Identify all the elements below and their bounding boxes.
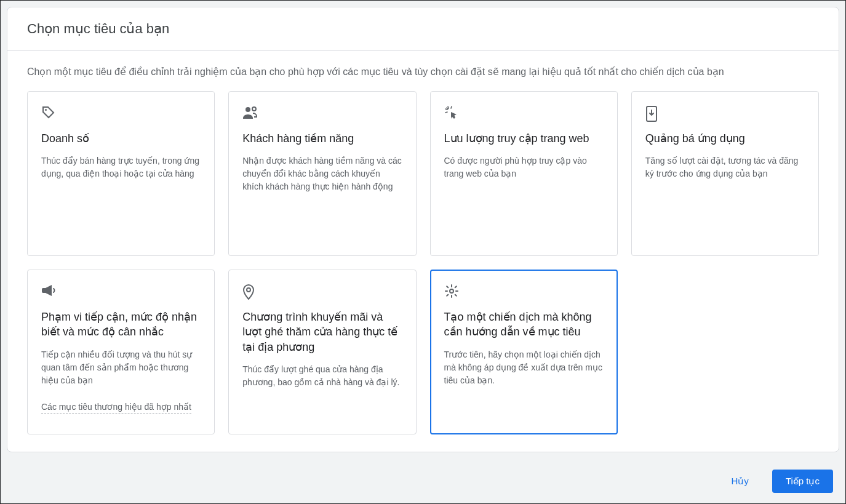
svg-point-2 <box>252 107 256 111</box>
goal-grid: Doanh số Thúc đẩy bán hàng trực tuyến, t… <box>27 91 819 434</box>
tag-icon <box>41 105 201 120</box>
goal-card[interactable]: Lưu lượng truy cập trang web Có được ngư… <box>430 91 618 256</box>
goal-title: Chương trình khuyến mãi và lượt ghé thăm… <box>242 310 402 354</box>
goal-desc: Có được người phù hợp truy cập vào trang… <box>444 154 604 180</box>
svg-point-1 <box>245 107 250 112</box>
goal-card[interactable]: Khách hàng tiềm năng Nhận được khách hàn… <box>228 91 416 256</box>
svg-point-5 <box>450 289 453 293</box>
goal-desc: Thúc đẩy lượt ghé qua cửa hàng địa phươn… <box>242 363 402 389</box>
goal-card[interactable]: Tạo một chiến dịch mà không cần hướng dẫ… <box>430 270 618 434</box>
goal-card[interactable]: Chương trình khuyến mãi và lượt ghé thăm… <box>228 270 416 434</box>
card-body: Chọn một mục tiêu để điều chỉnh trải ngh… <box>7 51 839 452</box>
megaphone-icon <box>41 284 201 298</box>
goal-title: Khách hàng tiềm năng <box>242 131 402 146</box>
cancel-button[interactable]: Hủy <box>718 470 762 493</box>
goal-selection-card: Chọn mục tiêu của bạn Chọn một mục tiêu … <box>7 7 839 452</box>
subtitle: Chọn một mục tiêu để điều chỉnh trải ngh… <box>27 66 819 78</box>
svg-point-0 <box>45 109 47 111</box>
goal-desc: Tăng số lượt cài đặt, tương tác và đăng … <box>645 154 805 180</box>
goal-title: Lưu lượng truy cập trang web <box>444 131 604 146</box>
app-download-icon <box>645 105 805 120</box>
goal-desc: Thúc đẩy bán hàng trực tuyến, trong ứng … <box>41 154 201 180</box>
svg-point-4 <box>247 288 250 292</box>
page-title: Chọn mục tiêu của bạn <box>27 21 169 36</box>
footer: Hủy Tiếp tục <box>7 467 839 493</box>
goal-desc: Tiếp cận nhiều đối tượng và thu hút sự q… <box>41 348 201 387</box>
goal-title: Doanh số <box>41 131 201 146</box>
goal-card[interactable]: Phạm vi tiếp cận, mức độ nhận biết và mứ… <box>27 270 215 434</box>
cursor-click-icon <box>444 105 604 120</box>
goal-card[interactable]: Doanh số Thúc đẩy bán hàng trực tuyến, t… <box>27 91 215 256</box>
gear-icon <box>444 284 604 298</box>
goal-title: Phạm vi tiếp cận, mức độ nhận biết và mứ… <box>41 310 201 340</box>
people-icon <box>242 105 402 120</box>
goal-title: Tạo một chiến dịch mà không cần hướng dẫ… <box>444 310 604 340</box>
goal-desc: Nhận được khách hàng tiềm năng và các ch… <box>242 154 402 193</box>
pin-icon <box>242 284 402 298</box>
goal-card[interactable]: Quảng bá ứng dụng Tăng số lượt cài đặt, … <box>631 91 819 256</box>
continue-button[interactable]: Tiếp tục <box>772 470 833 493</box>
card-header: Chọn mục tiêu của bạn <box>7 7 839 51</box>
goal-extra-link[interactable]: Các mục tiêu thương hiệu đã hợp nhất <box>41 401 191 415</box>
goal-title: Quảng bá ứng dụng <box>645 131 805 146</box>
goal-desc: Trước tiên, hãy chọn một loại chiến dịch… <box>444 348 604 387</box>
